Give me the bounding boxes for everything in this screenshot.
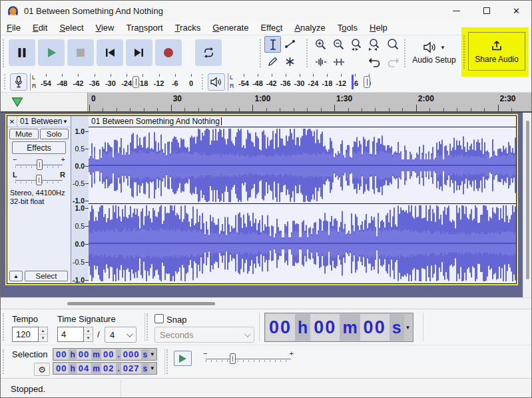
audio-position-display[interactable]: 00h00m00s ▼ (264, 313, 413, 342)
gain-slider[interactable]: − + (13, 156, 65, 171)
time-segment[interactable]: . (116, 363, 121, 373)
time-segment[interactable]: 00 (266, 314, 295, 341)
clip-title-bar[interactable]: 01 Between Something And Nothing (89, 116, 516, 127)
timesig-down-button[interactable]: ▼ (84, 334, 93, 341)
time-segment[interactable]: m (91, 363, 101, 373)
stop-button[interactable] (67, 39, 94, 66)
toolbar-grip[interactable] (3, 349, 5, 374)
play-button[interactable] (38, 39, 65, 66)
pan-slider[interactable]: L R (13, 171, 65, 186)
solo-button[interactable]: Solo (40, 129, 69, 139)
selection-end-display[interactable]: 00h04m02.027s ▼ (53, 362, 157, 375)
time-segment[interactable]: 00 (360, 314, 390, 341)
menu-tools[interactable]: Tools (332, 21, 364, 35)
playback-meter[interactable]: -54-48-42-36-30-24-18-12-60 (237, 73, 376, 91)
selection-start-display[interactable]: 00h00m00.000s ▼ (53, 348, 157, 361)
close-button[interactable]: ✕ (501, 1, 531, 21)
toolbar-grip[interactable] (166, 349, 169, 374)
speed-slider-handle[interactable] (230, 353, 236, 364)
menu-transport[interactable]: Transport (120, 21, 168, 35)
time-segment[interactable]: h (69, 363, 76, 373)
menu-select[interactable]: Select (53, 21, 89, 35)
snap-checkbox[interactable] (154, 314, 164, 323)
collapse-track-button[interactable]: ▲ (9, 271, 23, 281)
record-button[interactable] (155, 39, 182, 66)
recording-meter[interactable]: -54-48-42-36-30-24-18-12-60 (39, 73, 198, 91)
time-segment[interactable]: 00 (77, 349, 91, 359)
skip-to-start-button[interactable] (97, 39, 123, 66)
menu-tracks[interactable]: Tracks (169, 21, 207, 35)
time-segment[interactable]: 04 (77, 363, 91, 373)
pause-button[interactable] (9, 39, 35, 66)
time-segment[interactable]: h (295, 314, 310, 341)
loop-button[interactable] (195, 39, 222, 66)
trim-audio-button[interactable] (312, 53, 329, 70)
waveform-left-channel[interactable] (89, 127, 516, 203)
meter-volume-slider[interactable] (133, 76, 139, 88)
toolbar-grip[interactable] (463, 35, 466, 69)
vertical-scrollbar[interactable] (523, 113, 531, 297)
toolbar-grip[interactable] (3, 39, 5, 67)
draw-tool-button[interactable] (264, 53, 281, 70)
time-segment[interactable]: s (390, 314, 404, 341)
track-name[interactable]: 01 Between (20, 117, 62, 126)
time-segment[interactable]: . (116, 349, 121, 359)
snap-mode-dropdown[interactable]: Seconds (154, 327, 254, 343)
time-segment[interactable]: m (91, 349, 101, 359)
time-segment[interactable]: 00 (101, 349, 116, 359)
time-segment[interactable]: 00 (310, 314, 340, 341)
skip-to-end-button[interactable] (126, 39, 152, 66)
timesig-lower-dropdown[interactable]: 4 (105, 327, 136, 343)
time-segment[interactable]: 027 (121, 363, 142, 373)
redo-button[interactable] (384, 53, 401, 70)
vertical-scale-ruler[interactable]: 1.00.50.0-0.5-1.01.00.50.0-0.5-1.0 (71, 116, 89, 283)
menu-analyze[interactable]: Analyze (288, 21, 331, 35)
playback-meter-button[interactable] (208, 73, 225, 91)
playback-speed-slider[interactable]: − + (203, 350, 294, 367)
time-segment[interactable]: 00 (54, 349, 69, 359)
time-segment[interactable]: 02 (101, 363, 116, 373)
record-meter-button[interactable] (10, 73, 27, 91)
meter-volume-slider[interactable] (364, 76, 370, 88)
selection-settings-button[interactable]: ⚙ (34, 363, 50, 376)
menu-effect[interactable]: Effect (254, 21, 288, 35)
share-audio-button[interactable]: Share Audio (468, 32, 525, 71)
selection-tool-button[interactable] (264, 36, 281, 53)
time-format-caret-icon[interactable]: ▼ (404, 314, 412, 341)
horizontal-scrollbar[interactable] (1, 297, 531, 309)
toolbar-grip[interactable] (4, 74, 7, 89)
time-segment[interactable]: s (141, 363, 148, 373)
toolbar-grip[interactable] (404, 39, 407, 67)
menu-edit[interactable]: Edit (27, 21, 53, 35)
menu-generate[interactable]: Generate (206, 21, 254, 35)
mute-button[interactable]: Mute (9, 129, 39, 139)
audio-clip[interactable]: 01 Between Something And Nothing (89, 116, 516, 283)
waveform-right-channel[interactable] (89, 203, 516, 282)
time-segment[interactable]: m (340, 314, 360, 341)
timesig-upper-input[interactable] (57, 327, 84, 342)
track-select-button[interactable]: Select (25, 271, 68, 281)
pinned-play-head-button[interactable] (9, 95, 26, 109)
time-segment[interactable]: h (69, 349, 76, 359)
undo-button[interactable] (366, 53, 383, 70)
timeline-scale[interactable]: 0301:001:302:002:30 (88, 93, 531, 111)
zoom-out-button[interactable] (330, 36, 347, 53)
envelope-tool-button[interactable] (282, 36, 298, 53)
tempo-down-button[interactable]: ▼ (39, 334, 47, 341)
menu-help[interactable]: Help (364, 21, 394, 35)
silence-audio-button[interactable] (330, 53, 347, 70)
menu-file[interactable]: File (1, 21, 27, 35)
audio-setup-button[interactable]: ▼ Audio Setup (408, 37, 460, 69)
pan-slider-handle[interactable] (36, 175, 42, 185)
effects-button[interactable]: Effects (12, 141, 66, 154)
toolbar-grip[interactable] (146, 313, 149, 341)
minimize-button[interactable] (441, 1, 471, 21)
fit-project-button[interactable] (366, 36, 383, 53)
tempo-up-button[interactable]: ▲ (39, 327, 47, 334)
tempo-input[interactable] (12, 327, 39, 342)
toolbar-grip[interactable] (306, 39, 309, 67)
menu-view[interactable]: View (90, 21, 121, 35)
maximize-button[interactable] (471, 1, 501, 21)
zoom-in-button[interactable] (312, 36, 329, 53)
multi-tool-button[interactable] (282, 53, 298, 70)
